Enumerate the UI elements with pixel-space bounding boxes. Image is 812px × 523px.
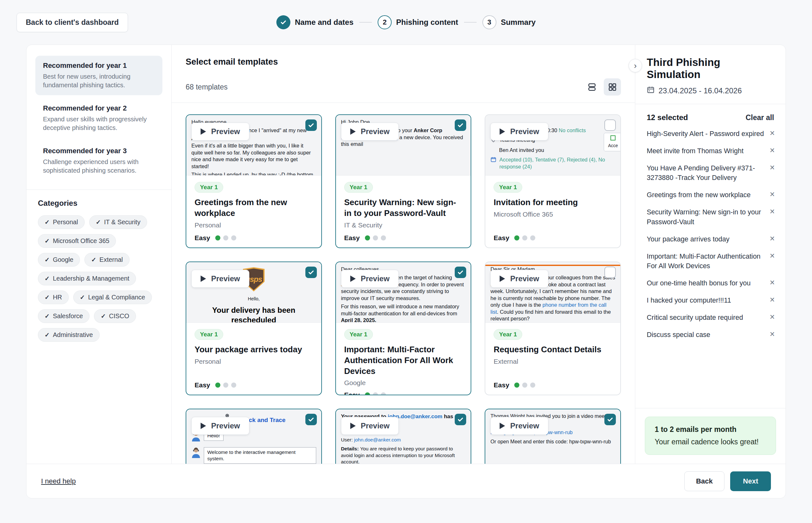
category-chip[interactable]: ✓Google <box>38 253 80 267</box>
template-card[interactable]: Hi John Doe,Someone has logged into your… <box>335 114 472 248</box>
preview-button[interactable]: Preview <box>191 417 249 435</box>
template-title: Greetings from the new workplace <box>195 197 313 219</box>
preview-button[interactable]: Preview <box>341 123 399 141</box>
category-chip[interactable]: ✓External <box>85 253 129 267</box>
selected-template-label: Your package arrives today <box>647 234 730 244</box>
remove-selected-icon[interactable]: × <box>768 190 776 199</box>
preview-heading: Your delivery has been rescheduled <box>191 305 316 323</box>
invite-tab[interactable]: News <box>491 175 503 176</box>
preview-button[interactable]: Preview <box>191 123 249 141</box>
preview-button[interactable]: Preview <box>341 417 399 435</box>
preview-button-label: Preview <box>361 421 390 430</box>
recommendation-item-year-1[interactable]: Recommended for year 1Best for new users… <box>35 56 162 95</box>
meeting-organizer: Ben Ant invited you <box>499 147 615 154</box>
difficulty-label: Easy <box>494 234 509 242</box>
preview-button[interactable]: Preview <box>341 270 399 288</box>
category-chip-label: Microsoft Office 365 <box>53 237 109 245</box>
preview-button[interactable]: Preview <box>491 417 548 435</box>
check-icon: ✓ <box>44 275 50 282</box>
back-to-dashboard-button[interactable]: Back to client's dashboard <box>17 13 128 32</box>
difficulty-dots <box>514 235 535 240</box>
rsvp-row: Accepted (10), Tentative (7), Rejected (… <box>491 156 615 170</box>
category-chip[interactable]: ✓Leadership & Management <box>38 272 136 285</box>
difficulty-dot <box>514 382 519 387</box>
recommendation-description: Expand user skills with progressively de… <box>43 115 155 132</box>
remove-selected-icon[interactable]: × <box>768 313 776 321</box>
step-label: Name and dates <box>295 18 353 27</box>
template-card[interactable]: uspsHello,Your delivery has been resched… <box>186 262 322 395</box>
remove-selected-icon[interactable]: × <box>768 295 776 304</box>
year-badge: Year 1 <box>344 329 373 340</box>
preview-button[interactable]: Preview <box>491 270 548 288</box>
remove-selected-icon[interactable]: × <box>768 208 776 216</box>
recommendation-title: Recommended for year 3 <box>43 147 155 155</box>
template-card-body: Year 1Invitation for meetingMicrosoft Of… <box>485 176 620 248</box>
template-card[interactable]: Track and TraceHello!Welcome to the inte… <box>186 409 322 464</box>
template-checkbox[interactable] <box>306 267 317 278</box>
template-checkbox[interactable] <box>604 120 616 131</box>
template-checkbox[interactable] <box>604 414 616 425</box>
category-chip[interactable]: ✓CISCO <box>94 309 136 323</box>
remove-selected-icon[interactable]: × <box>768 163 776 172</box>
recommendation-item-year-2[interactable]: Recommended for year 2Expand user skills… <box>35 98 162 138</box>
template-checkbox[interactable] <box>604 267 616 278</box>
template-card[interactable]: Dear Sir or Madam,I am looking for one o… <box>485 262 621 395</box>
category-chip[interactable]: ✓Personal <box>38 215 85 229</box>
clear-all-button[interactable]: Clear all <box>746 113 774 122</box>
template-checkbox[interactable] <box>455 267 466 278</box>
help-link[interactable]: I need help <box>41 477 76 485</box>
template-checkbox[interactable] <box>306 120 317 131</box>
category-chip[interactable]: ✓Salesforce <box>38 309 90 323</box>
wizard-step-1[interactable]: Name and dates <box>276 15 353 29</box>
details-line: Details: You are required to keep your p… <box>341 446 466 464</box>
year-badge: Year 1 <box>494 329 522 340</box>
remove-selected-icon[interactable]: × <box>768 146 776 155</box>
preview-button[interactable]: Preview <box>191 270 249 288</box>
difficulty-row: Easy <box>195 230 236 242</box>
wizard-step-3[interactable]: 3Summary <box>482 15 536 29</box>
category-chip[interactable]: ✓IT & Security <box>89 215 147 229</box>
remove-selected-icon[interactable]: × <box>768 129 776 138</box>
remove-selected-icon[interactable]: × <box>768 252 776 260</box>
template-checkbox[interactable] <box>306 414 317 425</box>
template-card[interactable]: Dear colleagues,IT has, unfortunately, b… <box>335 262 472 395</box>
template-category: IT & Security <box>344 221 383 229</box>
template-title: Important: Multi-Factor Authentication F… <box>344 344 463 377</box>
difficulty-dot <box>530 382 535 387</box>
category-chip[interactable]: ✓Administrative <box>38 328 100 342</box>
remove-selected-icon[interactable]: × <box>768 234 776 243</box>
difficulty-dot <box>522 382 527 387</box>
grid-view-icon[interactable] <box>604 78 621 95</box>
template-card[interactable]: to 10:30 No conflictsTeams MeetingBen An… <box>485 114 621 248</box>
template-checkbox[interactable] <box>455 414 466 425</box>
collapse-panel-icon[interactable]: › <box>629 59 642 72</box>
template-card-body: Year 1Your package arrives todayPersonal… <box>186 323 321 395</box>
template-card[interactable]: Your password to john.doe@anker.com has … <box>335 409 472 464</box>
list-view-icon[interactable] <box>583 78 601 95</box>
template-checkbox[interactable] <box>455 120 466 131</box>
preview-button[interactable]: Preview <box>491 123 548 141</box>
category-chip-label: External <box>99 256 123 264</box>
back-button[interactable]: Back <box>684 471 725 491</box>
invite-tab[interactable]: Invitation details <box>511 175 550 176</box>
difficulty-dot <box>215 382 220 387</box>
recommendation-item-year-3[interactable]: Recommended for year 3Challenge experien… <box>35 141 162 181</box>
calendar-people-icon <box>491 156 496 164</box>
next-button[interactable]: Next <box>730 471 771 491</box>
template-card[interactable]: Thomas Wright has invited you to join a … <box>485 409 621 464</box>
wizard-step-2[interactable]: 2Phishing content <box>378 15 458 29</box>
difficulty-label: Easy <box>344 391 360 395</box>
category-chip[interactable]: ✓Legal & Compliance <box>73 290 152 304</box>
template-card[interactable]: Hello everyone,I wanted to be in touch o… <box>186 114 322 248</box>
accept-button-fragment[interactable]: Acce <box>604 133 620 151</box>
remove-selected-icon[interactable]: × <box>768 278 776 287</box>
no-conflicts-label: No conflicts <box>559 127 586 133</box>
category-chip[interactable]: ✓Microsoft Office 365 <box>38 234 116 248</box>
category-chip[interactable]: ✓HR <box>38 290 69 304</box>
preview-text-segment: john.doe@anker.com <box>354 437 401 443</box>
category-chip-label: Google <box>53 256 74 264</box>
remove-selected-icon[interactable]: × <box>768 330 776 339</box>
preview-button-label: Preview <box>211 127 240 136</box>
difficulty-label: Easy <box>494 381 509 389</box>
selection-header: 12 selected Clear all <box>635 104 786 124</box>
